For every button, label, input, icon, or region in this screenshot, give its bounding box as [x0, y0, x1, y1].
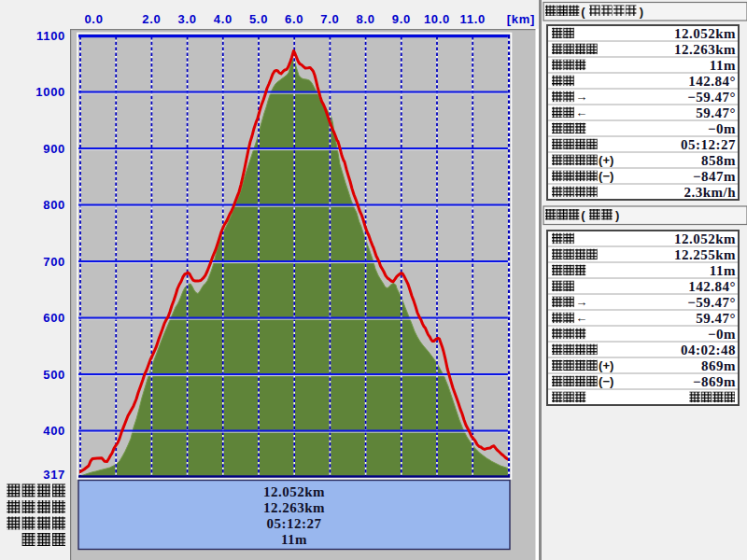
svg-text:700: 700: [43, 255, 65, 269]
svg-text:500: 500: [43, 368, 65, 382]
svg-text:3.0: 3.0: [178, 12, 197, 26]
svg-text:05:12:27: 05:12:27: [267, 516, 322, 531]
svg-text:5.0: 5.0: [249, 12, 268, 26]
svg-text:142.84°: 142.84°: [688, 74, 736, 89]
svg-text:4.0: 4.0: [214, 12, 233, 26]
svg-text:11m: 11m: [281, 532, 307, 547]
svg-text:→: →: [575, 295, 587, 309]
svg-text:): ): [615, 208, 619, 222]
svg-text:317: 317: [43, 468, 65, 482]
svg-text:(: (: [581, 5, 585, 19]
svg-text:−869m: −869m: [693, 374, 736, 389]
svg-text:12.052km: 12.052km: [263, 484, 325, 499]
svg-text:←: ←: [575, 311, 587, 325]
svg-text:600: 600: [43, 311, 65, 325]
svg-text:1000: 1000: [35, 85, 65, 99]
svg-text:0.0: 0.0: [84, 12, 103, 26]
svg-text:59.47°: 59.47°: [696, 311, 736, 326]
svg-text:−59.47°: −59.47°: [687, 90, 736, 105]
svg-text:(−): (−): [599, 374, 613, 388]
svg-text:869m: 869m: [701, 358, 736, 373]
svg-text:10.0: 10.0: [424, 12, 450, 26]
svg-text:800: 800: [43, 198, 65, 212]
svg-text:2.3km/h: 2.3km/h: [684, 185, 736, 200]
svg-text:11m: 11m: [710, 263, 736, 278]
svg-text:11.0: 11.0: [460, 12, 486, 26]
svg-text:12.263km: 12.263km: [263, 500, 325, 515]
svg-text:−0m: −0m: [708, 121, 736, 136]
svg-text:←: ←: [575, 105, 587, 119]
svg-text:−0m: −0m: [708, 327, 736, 342]
svg-text:(+): (+): [599, 153, 613, 167]
svg-text:05:12:27: 05:12:27: [681, 137, 736, 152]
svg-text:04:02:48: 04:02:48: [681, 343, 736, 357]
svg-text:12.052km: 12.052km: [674, 231, 736, 246]
svg-text:900: 900: [43, 142, 65, 156]
svg-text:(−): (−): [599, 169, 613, 183]
svg-text:1100: 1100: [36, 29, 65, 43]
svg-text:→: →: [575, 90, 587, 104]
svg-text:12.052km: 12.052km: [674, 26, 736, 41]
svg-text:−59.47°: −59.47°: [687, 295, 736, 310]
svg-text:−847m: −847m: [693, 169, 736, 184]
svg-text:142.84°: 142.84°: [688, 279, 736, 294]
svg-text:7.0: 7.0: [320, 12, 339, 26]
svg-text:9.0: 9.0: [392, 12, 411, 26]
svg-text:(: (: [581, 208, 585, 222]
svg-text:2.0: 2.0: [142, 12, 161, 26]
svg-text:59.47°: 59.47°: [696, 105, 736, 120]
svg-text:8.0: 8.0: [357, 12, 375, 26]
svg-text:): ): [640, 5, 643, 19]
svg-text:6.0: 6.0: [285, 12, 303, 26]
svg-text:(+): (+): [599, 358, 613, 372]
svg-text:[km]: [km]: [507, 12, 535, 26]
svg-text:400: 400: [43, 424, 65, 438]
svg-text:12.263km: 12.263km: [674, 42, 736, 57]
svg-text:858m: 858m: [701, 153, 736, 168]
svg-text:11m: 11m: [710, 58, 736, 73]
svg-text:12.255km: 12.255km: [674, 247, 736, 262]
